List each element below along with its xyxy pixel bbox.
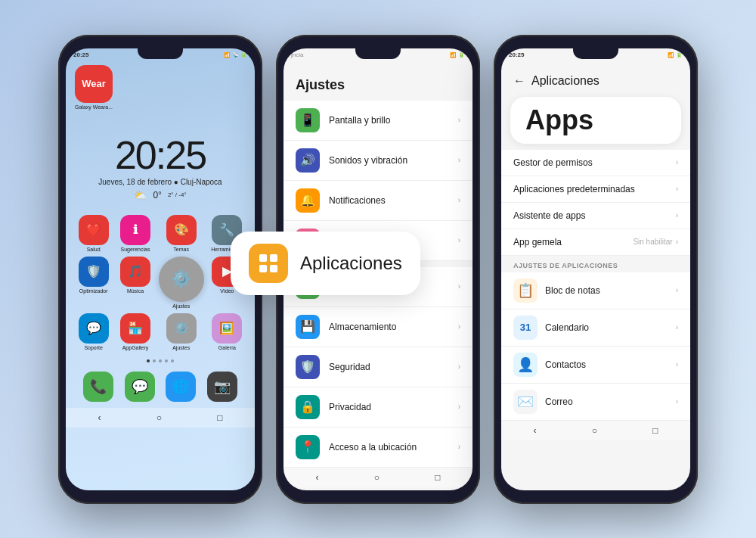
apps-bubble-text: Aplicaciones	[300, 253, 402, 274]
wear-icon[interactable]: Wear	[75, 65, 113, 103]
dock-browser[interactable]: 🌐	[166, 372, 196, 402]
nav-back-2[interactable]: ‹	[316, 472, 319, 483]
menu-asistente[interactable]: Asistente de apps ›	[501, 203, 690, 229]
app-appgallery[interactable]: 🏪 AppGallery	[116, 313, 153, 350]
pantalla-icon: 📱	[296, 108, 320, 132]
app-soporte[interactable]: 💬 Soporte	[75, 313, 112, 350]
settings-seguridad[interactable]: 🛡️ Seguridad ›	[284, 347, 472, 387]
dock-camera[interactable]: 📷	[207, 372, 237, 402]
app-bloc-notas[interactable]: 📋 Bloc de notas ›	[501, 272, 690, 309]
dock-phone[interactable]: 📞	[83, 372, 113, 402]
app-calendario[interactable]: 31 Calendario ›	[501, 309, 690, 347]
nav-bar-1: ‹ ○ □	[66, 408, 255, 428]
svg-rect-0	[259, 254, 267, 262]
app-musica[interactable]: 🎵 Música	[116, 257, 153, 309]
app-salud[interactable]: ❤️ Salud	[75, 215, 112, 252]
nav-recent-2[interactable]: □	[435, 472, 440, 483]
wifi-icon: 📡	[232, 52, 239, 58]
nav-back-3[interactable]: ‹	[534, 425, 537, 436]
galeria-icon: 🖼️	[212, 313, 242, 344]
status-time-3: 20:25	[509, 51, 524, 58]
menu-apps-predeterminadas[interactable]: Aplicaciones predeterminadas ›	[501, 176, 690, 203]
app-ajustes[interactable]: ⚙️ Ajustes	[159, 257, 204, 309]
signal-icon-2: 📶	[450, 52, 457, 58]
salud-icon: ❤️	[79, 215, 109, 245]
carrier-2: jncia	[291, 51, 303, 58]
seguridad-icon: 🛡️	[296, 355, 320, 379]
chevron-sonidos: ›	[458, 156, 460, 164]
status-time-1: 20:25	[73, 51, 88, 58]
ajustes2-icon: ⚙️	[166, 313, 197, 344]
soporte-icon: 💬	[79, 313, 109, 344]
wear-label: Galaxy Weara...	[75, 104, 113, 110]
app-galeria[interactable]: 🖼️ Galería	[209, 313, 246, 350]
weather-cloud-icon: ⛅	[134, 189, 147, 201]
nav-back-1[interactable]: ‹	[98, 412, 101, 423]
settings-sonidos[interactable]: 🔊 Sonidos y vibración ›	[284, 141, 472, 181]
nav-recent-3[interactable]: □	[652, 425, 658, 436]
app-temas[interactable]: 🎨 Temas	[159, 215, 204, 252]
apps-big-title: Apps	[510, 97, 681, 144]
nav-home-1[interactable]: ○	[156, 412, 162, 423]
weather-range: 2° / -4°	[168, 191, 187, 198]
chevron-bloc-notas: ›	[676, 286, 678, 294]
calendario-icon: 31	[513, 316, 538, 340]
nav-home-3[interactable]: ○	[592, 425, 597, 436]
settings-pantalla[interactable]: 📱 Pantalla y brillo ›	[284, 101, 472, 141]
home-screen: 20:25 📶 📡 🔋 Wear Galaxy Weara... 20:25 J…	[66, 48, 255, 490]
ajustes-icon: ⚙️	[159, 257, 204, 302]
dot-4	[165, 359, 168, 362]
status-icons-1: 📶 📡 🔋	[224, 52, 247, 58]
settings-privacidad[interactable]: 🔒 Privacidad ›	[284, 387, 472, 428]
chevron-pantalla: ›	[458, 116, 460, 124]
apps-header: ← Aplicaciones	[501, 62, 690, 91]
nav-home-2[interactable]: ○	[374, 472, 380, 483]
notch	[138, 48, 183, 59]
apps-bubble-icon	[249, 244, 288, 283]
phone-3: 20:25 📶 🔋 ← Aplicaciones Apps Gestor de …	[494, 35, 698, 504]
apps-screen: 20:25 📶 🔋 ← Aplicaciones Apps Gestor de …	[501, 48, 690, 490]
nav-recent-1[interactable]: □	[217, 412, 222, 423]
menu-gestor-permisos[interactable]: Gestor de permisos ›	[501, 150, 690, 176]
app-contactos[interactable]: 👤 Contactos ›	[501, 347, 690, 384]
dot-5	[171, 359, 174, 362]
settings-ubicacion[interactable]: 📍 Acceso a la ubicación ›	[284, 428, 472, 468]
battery-icon: 🔋	[240, 52, 247, 58]
bloc-notas-icon: 📋	[513, 278, 538, 303]
status-icons-3: 📶 🔋	[668, 52, 683, 58]
settings-almacenamiento[interactable]: 💾 Almacenamiento ›	[284, 307, 472, 347]
chevron-biometricos: ›	[458, 236, 460, 244]
home-time: 20:25	[66, 135, 255, 175]
sonidos-icon: 🔊	[296, 148, 320, 173]
battery-icon-2: 🔋	[458, 52, 465, 58]
status-icons-2: 📶 🔋	[450, 52, 465, 58]
phone-3-screen: 20:25 📶 🔋 ← Aplicaciones Apps Gestor de …	[501, 48, 690, 490]
app-optimizador[interactable]: 🛡️ Optimizador	[75, 257, 112, 309]
chevron-calendario: ›	[676, 323, 678, 331]
signal-icon-3: 📶	[668, 52, 674, 58]
app-sugerencias[interactable]: ℹ Sugerencias	[116, 215, 153, 252]
svg-rect-3	[270, 265, 277, 272]
back-button[interactable]: ←	[513, 74, 525, 88]
appgallery-icon: 🏪	[120, 313, 150, 344]
svg-rect-2	[259, 265, 267, 272]
dot-1	[147, 359, 150, 362]
page-dots	[66, 359, 255, 362]
settings-notificaciones[interactable]: 🔔 Notificaciones ›	[284, 181, 472, 221]
dock-messages[interactable]: 💬	[125, 372, 155, 402]
musica-icon: 🎵	[120, 257, 150, 287]
privacidad-icon: 🔒	[296, 395, 320, 419]
menu-app-gemela[interactable]: App gemela Sin habilitar ›	[501, 229, 690, 256]
phone-1-screen: 20:25 📶 📡 🔋 Wear Galaxy Weara... 20:25 J…	[66, 48, 255, 490]
ubicacion-icon: 📍	[296, 435, 320, 459]
phone-2: jncia 20:25 📶 🔋 Ajustes 📱 Pantalla y bri…	[276, 35, 480, 504]
apps-screen-title: Aplicaciones	[531, 74, 600, 88]
contactos-icon: 👤	[513, 353, 538, 377]
app-correo[interactable]: ✉️ Correo ›	[501, 384, 690, 421]
chevron-bateria: ›	[458, 282, 460, 291]
app-gemela-sub: Sin habilitar	[633, 238, 672, 246]
chevron-notificaciones: ›	[458, 196, 460, 204]
chevron-almacenamiento: ›	[458, 322, 460, 331]
app-ajustes2[interactable]: ⚙️ Ajustes	[159, 313, 204, 350]
weather-temp: 0°	[153, 190, 161, 201]
